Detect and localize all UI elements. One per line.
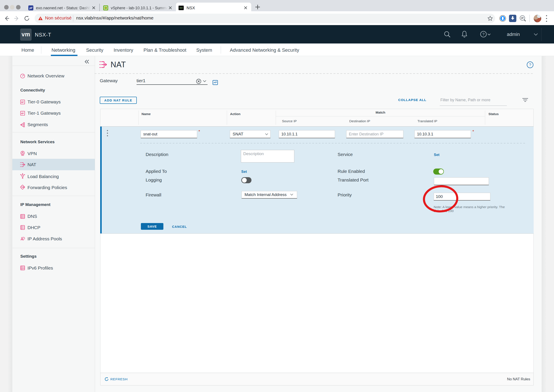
svg-text:?: ? <box>529 63 531 67</box>
svg-text:IP: IP <box>521 17 524 20</box>
svg-text:?: ? <box>482 32 484 36</box>
